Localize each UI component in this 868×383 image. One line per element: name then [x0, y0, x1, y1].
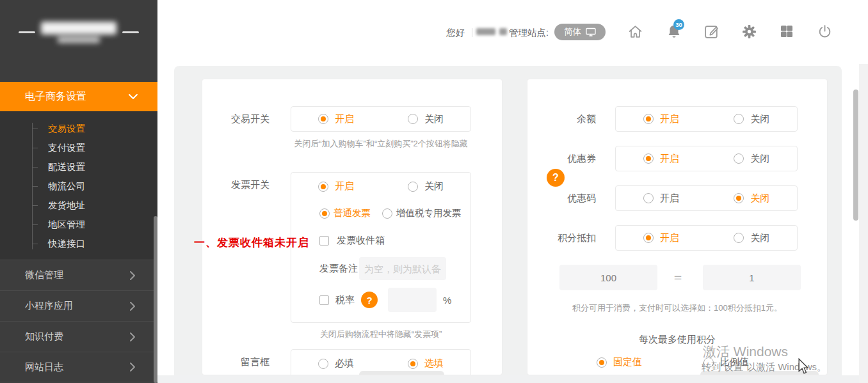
admin-page: 电子商务设置 交易设置 支付设置 配送设置 物流公司 发货地址 地区管理 快递接…	[0, 0, 868, 383]
radio-optional[interactable]	[408, 359, 418, 369]
message-required-option[interactable]: 必填	[318, 357, 354, 370]
sidebar-item-shipping-address[interactable]: 发货地址	[0, 196, 157, 215]
invoice-remark-row: 发票备注	[291, 257, 470, 280]
invoice-type-row: 普通发票 增值税专用发票	[291, 207, 470, 219]
coupon-off-option[interactable]: 关闭	[734, 153, 769, 165]
coupon-on-option[interactable]: 开启	[643, 153, 679, 165]
edit-button[interactable]	[703, 24, 719, 42]
vertical-scrollbar-track[interactable]	[859, 64, 868, 383]
balance-label: 余额	[527, 106, 596, 125]
username-blurred	[476, 28, 507, 35]
radio-off[interactable]	[734, 233, 744, 243]
tax-rate-label: 税率	[335, 294, 355, 306]
radio-ratio[interactable]	[703, 357, 714, 368]
points-off-option[interactable]: 关闭	[734, 232, 769, 244]
trade-on-option[interactable]: 开启	[318, 113, 354, 125]
fixed-value-option[interactable]: 固定值	[597, 356, 642, 368]
invoice-remark-input[interactable]	[359, 257, 446, 280]
radio-off[interactable]	[734, 114, 744, 124]
radio-on[interactable]	[318, 182, 328, 192]
radio-off[interactable]	[408, 114, 418, 124]
points-deduction-row: 积分抵扣 开启 关闭	[527, 225, 827, 251]
radio-on[interactable]	[643, 233, 654, 243]
sidebar-scrollbar-thumb[interactable]	[154, 216, 157, 383]
sidebar-submenu: 交易设置 支付设置 配送设置 物流公司 发货地址 地区管理 快递接口	[0, 111, 157, 260]
vertical-scrollbar-thumb[interactable]	[853, 90, 858, 221]
chevron-right-icon	[129, 362, 136, 372]
sidebar-item-trade-settings[interactable]: 交易设置	[0, 119, 157, 138]
promo-code-label: 优惠码	[527, 185, 596, 205]
tax-rate-row: 税率 ? %	[291, 288, 470, 312]
balance-row: 余额 开启 关闭	[527, 106, 827, 132]
coupon-label: 优惠券	[527, 146, 596, 165]
invoice-vat-option[interactable]: 增值税专用发票	[382, 207, 462, 219]
sidebar-group-wechat[interactable]: 微信管理	[0, 260, 157, 290]
language-button[interactable]: 简体	[554, 24, 606, 40]
invoice-normal-option[interactable]: 普通发票	[319, 207, 371, 219]
radio-fixed[interactable]	[597, 357, 607, 368]
points-deduction-label: 积分抵扣	[527, 225, 596, 244]
message-optional-option[interactable]: 选填	[408, 357, 444, 370]
grid-icon	[779, 24, 794, 39]
promo-on-option[interactable]: 开启	[643, 192, 679, 205]
trade-switch-note: 关闭后“加入购物车”和“立刻购买”2个按钮将隐藏	[291, 137, 471, 150]
trade-settings-card: 交易开关 开启 关闭 关闭后“加入购物车”和“立刻购买”2个按钮将隐藏 发票开关…	[202, 79, 502, 375]
radio-on[interactable]	[643, 193, 654, 203]
sidebar-group-ecommerce-settings[interactable]: 电子商务设置	[0, 82, 157, 111]
points-max-label: 每次最多使用积分	[527, 334, 827, 346]
sidebar-item-express-api[interactable]: 快递接口	[0, 234, 157, 253]
radio-off[interactable]	[734, 193, 744, 203]
tax-rate-checkbox[interactable]	[319, 295, 329, 305]
radio-on[interactable]	[318, 114, 328, 124]
balance-on-option[interactable]: 开启	[643, 113, 679, 125]
gear-icon	[741, 24, 757, 40]
invoice-off-option[interactable]: 关闭	[408, 180, 444, 192]
greeting-text: 您好	[446, 27, 465, 39]
radio-on[interactable]	[643, 114, 654, 124]
annotation-text: 一、发票收件箱未开启	[194, 235, 309, 250]
sidebar-group-knowledge-pay[interactable]: 知识付费	[0, 321, 157, 352]
trade-off-option[interactable]: 关闭	[408, 113, 444, 125]
power-icon	[817, 24, 833, 40]
promo-code-row: 优惠码 开启 关闭	[527, 185, 827, 211]
invoice-remark-label: 发票备注	[319, 263, 358, 275]
radio-off[interactable]	[734, 153, 744, 164]
invoice-onoff-row: 开启 关闭	[291, 180, 470, 192]
sidebar-item-logistics-company[interactable]: 物流公司	[0, 176, 157, 196]
radio-required[interactable]	[318, 359, 328, 369]
radio-off[interactable]	[408, 182, 418, 192]
sidebar-item-region-management[interactable]: 地区管理	[0, 215, 157, 234]
tax-unit-label: %	[443, 295, 451, 306]
sidebar-group-site-log[interactable]: 网站日志	[0, 352, 157, 382]
sidebar-item-payment-settings[interactable]: 支付设置	[0, 138, 157, 157]
radio-on[interactable]	[643, 153, 654, 164]
message-box-row: 留言框 必填 选填	[202, 349, 502, 375]
radio-normal-invoice[interactable]	[319, 208, 330, 219]
points-amount-input[interactable]	[559, 265, 657, 290]
logo-dash-left	[19, 31, 35, 33]
points-on-option[interactable]: 开启	[643, 232, 679, 244]
home-button[interactable]	[627, 24, 643, 42]
balance-off-option[interactable]: 关闭	[734, 113, 769, 125]
apps-button[interactable]	[779, 24, 794, 42]
sidebar-group-miniprogram[interactable]: 小程序应用	[0, 290, 157, 321]
yuan-amount-input[interactable]	[703, 265, 801, 290]
sidebar-item-delivery-settings[interactable]: 配送设置	[0, 157, 157, 176]
sidebar-group-label: 电子商务设置	[0, 90, 86, 104]
promo-off-option[interactable]: 关闭	[734, 192, 769, 205]
coupon-row: 优惠券 开启 关闭	[527, 146, 827, 171]
radio-vat-invoice[interactable]	[382, 208, 392, 219]
header-divider	[472, 28, 472, 37]
help-icon[interactable]: ?	[547, 169, 565, 187]
horizontal-scrollbar-track[interactable]	[157, 375, 868, 383]
settings-button[interactable]	[741, 24, 757, 42]
tax-rate-input[interactable]	[388, 288, 437, 312]
tax-help-icon[interactable]: ?	[361, 292, 378, 308]
message-box-label: 留言框	[202, 349, 269, 368]
marketing-settings-card: ? 余额 开启 关闭 优惠券 开启 关闭 优惠码 开启 关闭	[527, 79, 828, 375]
ratio-value-option[interactable]: 比例值	[703, 356, 749, 368]
logout-button[interactable]	[817, 24, 833, 42]
invoice-on-option[interactable]: 开启	[318, 180, 354, 192]
invoice-inbox-checkbox[interactable]	[319, 236, 329, 246]
monitor-icon	[586, 27, 596, 36]
